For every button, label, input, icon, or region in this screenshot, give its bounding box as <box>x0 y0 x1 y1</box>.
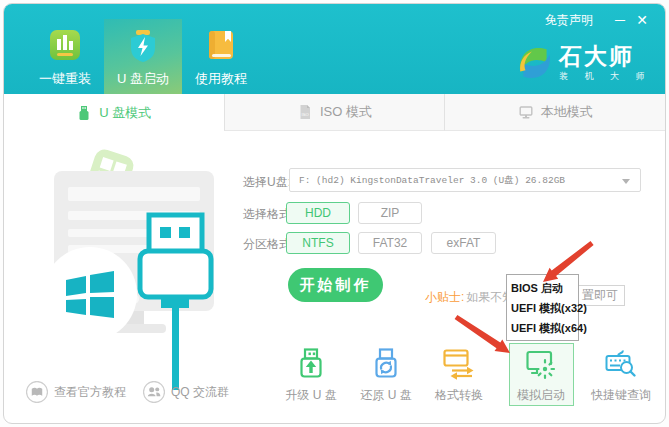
chevron-down-icon <box>622 179 630 184</box>
tab-one-key-reinstall[interactable]: 一键重装 <box>26 19 104 94</box>
format-option-hdd[interactable]: HDD <box>286 202 350 224</box>
disclaimer-link[interactable]: 免责声明 <box>545 12 593 29</box>
bar-chart-icon <box>46 26 84 64</box>
link-label: QQ 交流群 <box>171 384 229 401</box>
tool-hotkey-query[interactable]: 快捷键查询 <box>586 347 656 404</box>
mode-tab-label: U 盘模式 <box>99 104 151 122</box>
mode-tab-label: 本地模式 <box>541 103 593 121</box>
window-controls: 免责声明 ─ ✕ <box>545 11 653 29</box>
brand-logo: 石大师 装 机 大 师 <box>515 44 652 83</box>
brand-text: 石大师 装 机 大 师 <box>559 44 652 83</box>
tool-label: 格式转换 <box>435 387 483 404</box>
simulate-boot-icon <box>524 347 558 381</box>
tab-label: 一键重装 <box>39 70 91 88</box>
tool-restore-usb[interactable]: 还原 U 盘 <box>351 347 421 404</box>
brand-name: 石大师 <box>559 44 652 68</box>
iso-file-icon: ISO <box>297 104 313 120</box>
group-circle-icon <box>143 381 165 403</box>
tool-label: 模拟启动 <box>517 387 565 404</box>
official-tutorial-link[interactable]: 查看官方教程 <box>26 381 126 403</box>
brand-swirl-icon <box>515 44 555 82</box>
usb-drive-value: F: (hd2) KingstonDataTraveler 3.0 (U盘) 2… <box>299 174 565 187</box>
link-label: 查看官方教程 <box>54 384 126 401</box>
tab-tutorial[interactable]: 使用教程 <box>182 19 260 94</box>
book-icon <box>202 26 240 64</box>
tool-label: 快捷键查询 <box>591 387 651 404</box>
svg-text:ISO: ISO <box>302 112 310 117</box>
titlebar: 一键重装 U 盘启动 使用教程 免责声 <box>4 4 665 94</box>
close-button[interactable]: ✕ <box>631 11 653 29</box>
tool-format-convert[interactable]: 格式转换 <box>424 347 494 404</box>
start-create-button[interactable]: 开始制作 <box>288 268 383 302</box>
tool-simulate-boot[interactable]: 模拟启动 <box>506 347 576 404</box>
mode-tab-bar: U 盘模式 ISO ISO 模式 本地模式 <box>4 94 665 131</box>
top-tab-bar: 一键重装 U 盘启动 使用教程 <box>26 19 260 94</box>
tab-usb-mode[interactable]: U 盘模式 <box>4 94 224 131</box>
tip-prefix: 小贴士: <box>425 290 464 304</box>
windows-logo-circle <box>43 247 137 341</box>
hotkey-search-icon <box>604 347 638 381</box>
usb-stick-icon <box>76 105 92 121</box>
tab-label: U 盘启动 <box>117 70 169 88</box>
tab-usb-boot[interactable]: U 盘启动 <box>104 19 182 94</box>
usb-restore-icon <box>369 347 403 381</box>
boot-mode-menu: BIOS 启动 UEFI 模拟(x32) UEFI 模拟(x64) <box>506 274 579 341</box>
brand-subtitle: 装 机 大 师 <box>559 70 652 83</box>
menu-item-bios-boot[interactable]: BIOS 启动 <box>507 278 578 298</box>
mode-tab-label: ISO 模式 <box>320 103 372 121</box>
usb-select-label: 选择U盘: <box>243 174 291 191</box>
tool-label: 还原 U 盘 <box>360 387 411 404</box>
menu-item-uefi-x64[interactable]: UEFI 模拟(x64) <box>507 318 578 338</box>
tab-label: 使用教程 <box>195 70 247 88</box>
usb-drive-select[interactable]: F: (hd2) KingstonDataTraveler 3.0 (U盘) 2… <box>289 168 641 192</box>
usb-upgrade-icon <box>294 347 328 381</box>
partition-option-exfat[interactable]: exFAT <box>431 232 496 254</box>
book-circle-icon <box>26 381 48 403</box>
menu-item-uefi-x32[interactable]: UEFI 模拟(x32) <box>507 298 578 318</box>
shield-bolt-icon <box>124 26 162 64</box>
tool-label: 升级 U 盘 <box>285 387 336 404</box>
tab-local-mode[interactable]: 本地模式 <box>444 94 665 131</box>
tab-iso-mode[interactable]: ISO ISO 模式 <box>224 94 445 131</box>
app-window: 一键重装 U 盘启动 使用教程 免责声 <box>3 3 666 424</box>
usb-boot-illustration <box>32 139 247 404</box>
partition-option-fat32[interactable]: FAT32 <box>358 232 422 254</box>
qq-group-link[interactable]: QQ 交流群 <box>143 381 229 403</box>
format-option-zip[interactable]: ZIP <box>358 202 422 224</box>
monitor-icon <box>518 104 534 120</box>
partition-option-ntfs[interactable]: NTFS <box>286 232 350 254</box>
format-convert-icon <box>442 347 476 381</box>
tool-upgrade-usb[interactable]: 升级 U 盘 <box>276 347 346 404</box>
minimize-button[interactable]: ─ <box>609 11 631 29</box>
